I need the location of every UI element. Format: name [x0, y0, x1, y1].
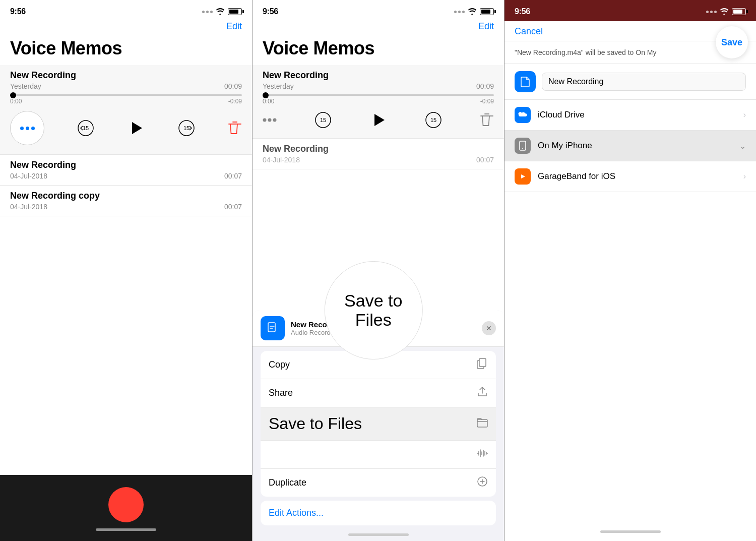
edit-button-1[interactable]: Edit [226, 21, 242, 32]
recording-meta: 04-Jul-2018 00:07 [10, 172, 242, 180]
edit-button-2[interactable]: Edit [478, 21, 494, 32]
recording-list-1: New Recording Yesterday 00:09 0:00 -0:09 [0, 65, 252, 475]
iphone-icon [515, 138, 531, 154]
home-indicator-3 [600, 530, 661, 533]
controls-1: 15 15 [10, 109, 242, 149]
share-file-icon [261, 316, 285, 340]
iphone-chevron-down: ⌄ [739, 141, 746, 151]
recording-meta: Yesterday 00:09 [263, 82, 494, 90]
playback-bar-1: 0:00 -0:09 [10, 90, 242, 105]
options-dots [20, 127, 35, 130]
playback-start-2: 0:00 [263, 98, 274, 105]
svg-point-5 [263, 118, 267, 122]
signal-icon-2 [454, 11, 465, 13]
playback-slider-1[interactable] [10, 94, 242, 96]
play-button-2[interactable] [369, 111, 388, 129]
recording-date: 04-Jul-2018 [10, 172, 47, 180]
location-item-garageband[interactable]: GarageBand for iOS › [505, 161, 756, 192]
home-indicator-2 [348, 533, 409, 536]
copy-label: Copy [269, 359, 290, 370]
share-edit-actions: Edit Actions... [261, 501, 496, 525]
svg-rect-13 [268, 323, 275, 332]
battery-icon [228, 8, 242, 15]
status-bar-1: 9:56 [0, 0, 252, 19]
location-item-iphone[interactable]: On My iPhone ⌄ [505, 131, 756, 161]
recording-name: New Recording [10, 160, 242, 170]
recording-list-2: New Recording Yesterday 00:09 0:00 -0:09 [253, 65, 504, 541]
status-icons-2 [454, 8, 494, 16]
wifi-icon [216, 8, 225, 16]
recording-date: Yesterday [263, 82, 294, 90]
svg-point-19 [522, 148, 523, 149]
share-actions: Copy Share [261, 351, 496, 497]
save-to-files-label: Save to Files [269, 414, 362, 433]
svg-point-6 [268, 118, 272, 122]
recording-date: Yesterday [10, 82, 41, 90]
list-item[interactable]: New Recording copy 04-Jul-2018 00:07 [0, 186, 252, 216]
waveform-icon [477, 448, 488, 461]
edit-actions-row[interactable]: Edit Actions... [261, 501, 496, 525]
save-file-icon [515, 71, 536, 92]
save-to-files-icon [477, 417, 488, 431]
status-time-2: 9:56 [263, 7, 278, 16]
save-button[interactable]: Save [716, 26, 748, 58]
svg-text:15: 15 [83, 125, 89, 131]
list-item[interactable]: New Recording Yesterday 00:09 0:00 -0:09 [0, 65, 252, 155]
recording-meta: 04-Jul-2018 00:07 [10, 203, 242, 211]
list-item[interactable]: New Recording 04-Jul-2018 00:07 [0, 155, 252, 186]
delete-button[interactable] [228, 121, 242, 136]
play-button[interactable] [127, 119, 145, 137]
page-title-2: Voice Memos [253, 36, 504, 65]
bottom-bar-1 [0, 475, 252, 541]
garageband-chevron: › [743, 172, 746, 181]
playback-slider-2[interactable] [263, 94, 494, 96]
playback-end: -0:09 [228, 98, 242, 105]
duplicate-action[interactable]: Duplicate [261, 469, 496, 497]
share-action[interactable]: Share [261, 379, 496, 407]
rewind-button[interactable]: 15 [78, 120, 94, 136]
icloud-chevron: › [743, 110, 746, 119]
save-file-input[interactable] [542, 73, 746, 91]
location-list: iCloud Drive › On My iPhone ⌄ Garage [505, 100, 756, 524]
options-button-2[interactable] [263, 117, 277, 123]
top-dark-bar: 9:56 [505, 0, 756, 21]
list-item[interactable]: New Recording 04-Jul-2018 00:07 [253, 139, 504, 169]
playback-thumb-1 [10, 92, 16, 98]
playback-thumb-2 [263, 92, 269, 98]
location-item-icloud[interactable]: iCloud Drive › [505, 100, 756, 131]
svg-point-7 [273, 118, 277, 122]
playback-times-2: 0:00 -0:09 [263, 98, 494, 105]
delete-button-2[interactable] [480, 112, 494, 128]
record-button[interactable] [108, 487, 144, 522]
recording-name: New Recording [263, 70, 494, 81]
iphone-label: On My iPhone [538, 141, 739, 151]
recording-name: New Recording copy [10, 191, 242, 201]
waveform-action[interactable] [261, 441, 496, 469]
controls-2: 15 15 [263, 109, 494, 133]
nav-bar-2: Edit [253, 19, 504, 36]
duplicate-icon [477, 476, 488, 490]
phone2: 9:56 Edit Voice Memos [252, 0, 504, 541]
home-area-3 [505, 524, 756, 541]
rewind-button-2[interactable]: 15 [315, 112, 331, 128]
wifi-icon-2 [468, 8, 477, 16]
circle-text: Save to Files [325, 291, 422, 329]
cancel-button[interactable]: Cancel [515, 26, 543, 37]
share-close-button[interactable]: ✕ [482, 321, 496, 335]
icloud-label: iCloud Drive [538, 110, 743, 120]
save-filename-row [505, 64, 756, 100]
status-icons-3 [706, 8, 746, 16]
forward-button[interactable]: 15 [178, 120, 195, 136]
wifi-icon-3 [720, 8, 729, 16]
home-indicator [96, 528, 156, 531]
save-to-files-action[interactable]: Save to Files [261, 407, 496, 441]
garageband-icon [515, 168, 531, 185]
list-item[interactable]: New Recording Yesterday 00:09 0:00 -0:09 [253, 65, 504, 139]
nav-bar-1: Edit [0, 19, 252, 36]
edit-actions-label: Edit Actions... [269, 508, 324, 518]
forward-button-2[interactable]: 15 [425, 112, 442, 128]
signal-icon-3 [706, 11, 717, 13]
options-circle[interactable] [10, 111, 44, 145]
recording-duration: 00:07 [476, 156, 494, 164]
page-title-1: Voice Memos [0, 36, 252, 65]
